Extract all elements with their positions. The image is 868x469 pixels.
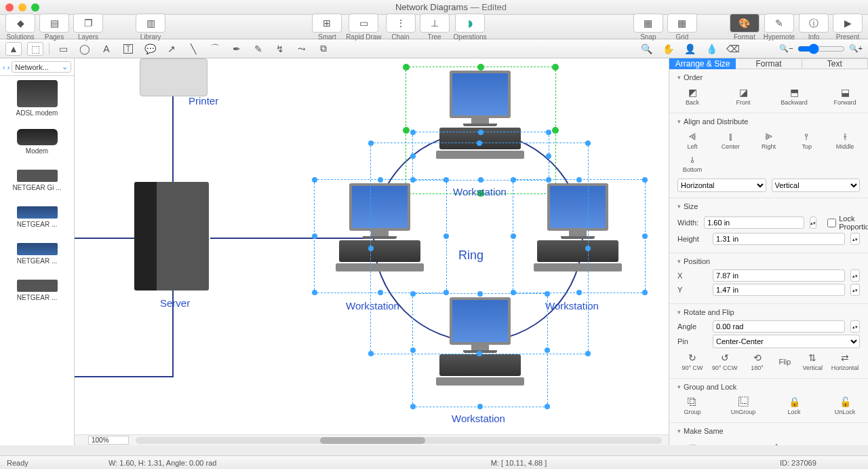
info-button[interactable]: ⓘ	[799, 14, 829, 33]
rect-tool[interactable]: ▭	[55, 42, 71, 56]
tab-text[interactable]: Text	[802, 58, 868, 69]
bring-forward-button[interactable]: ⬓Forward	[830, 86, 860, 107]
lock-proportions-checkbox[interactable]	[827, 219, 836, 227]
chain-button[interactable]: ⋮	[386, 14, 416, 33]
hand-tool[interactable]: ✋	[660, 42, 676, 56]
present-button[interactable]: ▶	[833, 14, 863, 33]
tab-arrange[interactable]: Arrange & Size	[669, 58, 736, 69]
align-bottom-button[interactable]: ⫰Bottom	[677, 153, 707, 174]
lock-button[interactable]: 🔒Lock	[779, 395, 809, 417]
flip-vertical-button[interactable]: ⇅Vertical	[797, 351, 827, 373]
tab-format[interactable]: Format	[736, 58, 802, 69]
lib-next-button[interactable]: ›	[7, 63, 10, 71]
library-item[interactable]: ADSL modem	[0, 76, 74, 118]
zoom-slider[interactable]	[797, 43, 845, 54]
snap-button[interactable]: ▦	[633, 14, 663, 33]
library-item[interactable]: Modem	[0, 118, 74, 156]
crop-tool[interactable]: ⧉	[315, 42, 332, 56]
section-header[interactable]: Group and Lock	[677, 383, 860, 391]
align-right-button[interactable]: ⫸Right	[754, 130, 784, 151]
pin-select[interactable]: Center-Center	[713, 335, 860, 348]
library-item[interactable]: NETGEAR ...	[0, 266, 74, 303]
width-stepper[interactable]: ▴▾	[810, 217, 816, 229]
lib-prev-button[interactable]: ‹	[3, 63, 5, 71]
zoom-out-icon[interactable]: 🔍−	[779, 44, 793, 53]
arrow-tool[interactable]: ↗	[163, 42, 180, 56]
library-item[interactable]: NETGEAR ...	[0, 193, 74, 229]
pen-tool[interactable]: ✒	[229, 42, 245, 56]
ellipse-tool[interactable]: ◯	[77, 42, 93, 56]
section-header[interactable]: Position	[677, 257, 860, 265]
height-field[interactable]	[713, 233, 845, 245]
smart-connector-tool[interactable]: ⤳	[294, 42, 310, 56]
solutions-button[interactable]: ◆	[5, 14, 35, 33]
make-same-width-button[interactable]: ↔Width	[719, 439, 749, 445]
connector-tool[interactable]: ↯	[272, 42, 288, 56]
distribute-vertical-select[interactable]: Vertical	[772, 179, 861, 192]
hypernote-button[interactable]: ✎	[764, 14, 794, 33]
tree-button[interactable]: ⊥	[420, 14, 450, 33]
marquee-tool[interactable]: ⬚	[27, 42, 43, 56]
align-top-button[interactable]: ⫯Top	[792, 130, 822, 151]
align-center-button[interactable]: ⫿Center	[715, 130, 745, 151]
align-left-button[interactable]: ⫷Left	[677, 130, 707, 151]
close-window-button[interactable]	[5, 3, 14, 12]
section-header[interactable]: Order	[677, 73, 860, 81]
pointer-tool[interactable]: ▲	[5, 42, 22, 56]
flip-horizontal-button[interactable]: ⇄Horizontal	[830, 351, 860, 373]
angle-stepper[interactable]: ▴▾	[850, 320, 860, 333]
smart-button[interactable]: ⊞	[312, 14, 342, 33]
make-same-height-button[interactable]: ↕Height	[762, 439, 791, 445]
library-selector[interactable]: Network...⌄	[12, 61, 71, 73]
angle-field[interactable]	[713, 320, 845, 333]
horizontal-scrollbar[interactable]: 100%	[75, 434, 669, 445]
minimize-window-button[interactable]	[18, 3, 26, 12]
callout-tool[interactable]: 💬	[142, 42, 158, 56]
align-middle-button[interactable]: ⫲Middle	[830, 130, 860, 151]
pencil-tool[interactable]: ✎	[250, 42, 267, 56]
zoom-window-button[interactable]	[31, 3, 39, 12]
section-header[interactable]: Make Same	[677, 427, 860, 435]
eraser-tool[interactable]: ⌫	[725, 42, 741, 56]
send-to-back-button[interactable]: ◩Back	[677, 86, 707, 107]
distribute-horizontal-select[interactable]: Horizontal	[677, 179, 766, 192]
line-tool[interactable]: ╲	[185, 42, 201, 56]
library-item[interactable]: NETGEAR ...	[0, 229, 74, 266]
magnifier-tool[interactable]: 🔍	[638, 42, 654, 56]
section-header[interactable]: Size	[677, 202, 860, 210]
library-item[interactable]: NETGEAR Gi ...	[0, 156, 74, 193]
zoom-level-field[interactable]: 100%	[88, 436, 129, 445]
y-field[interactable]	[713, 284, 845, 296]
rotate-ccw-button[interactable]: ↺90° CCW	[710, 351, 740, 373]
text-tool[interactable]: A	[98, 42, 115, 56]
pages-button[interactable]: ▤	[39, 14, 69, 33]
send-backward-button[interactable]: ⬒Backward	[779, 86, 809, 107]
canvas-area[interactable]: Printer Server Ring Workstation Wor	[75, 58, 669, 445]
textbox-tool[interactable]: 🅃	[120, 42, 136, 56]
group-button[interactable]: ⿻Group	[677, 395, 707, 417]
section-header[interactable]: Align and Distribute	[677, 117, 860, 126]
unlock-button[interactable]: 🔓UnLock	[830, 395, 860, 417]
height-stepper[interactable]: ▴▾	[850, 233, 860, 245]
section-header[interactable]: Rotate and Flip	[677, 308, 860, 316]
rotate-cw-button[interactable]: ↻90° CW	[677, 351, 707, 373]
x-stepper[interactable]: ▴▾	[850, 269, 860, 282]
ungroup-button[interactable]: ⿺UnGroup	[728, 395, 758, 417]
x-field[interactable]	[713, 269, 845, 282]
bring-to-front-button[interactable]: ◪Front	[728, 86, 758, 107]
grid-button[interactable]: ▦	[667, 14, 697, 33]
layers-button[interactable]: ❐	[73, 14, 103, 33]
make-same-size-button[interactable]: ▭Size	[677, 439, 707, 445]
arc-tool[interactable]: ⌒	[207, 42, 223, 56]
rotate-180-button[interactable]: ⟲180°	[743, 351, 772, 373]
printer-shape[interactable]	[140, 58, 208, 96]
y-stepper[interactable]: ▴▾	[850, 284, 860, 296]
eyedropper-tool[interactable]: 💧	[703, 42, 719, 56]
width-field[interactable]	[704, 217, 804, 229]
operations-button[interactable]: ◗	[455, 14, 485, 33]
rapid-draw-button[interactable]: ▭	[349, 14, 378, 33]
server-shape[interactable]	[134, 182, 209, 290]
library-button[interactable]: ▥	[136, 14, 165, 33]
stamp-tool[interactable]: 👤	[682, 42, 698, 56]
zoom-in-icon[interactable]: 🔍+	[849, 44, 863, 53]
